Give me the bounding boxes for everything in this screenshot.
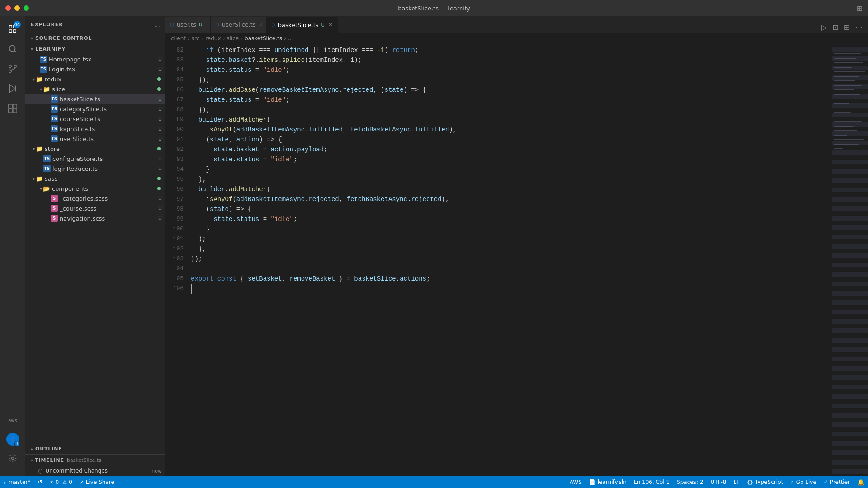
file-loginslice[interactable]: TS loginSlice.ts U [25,124,165,134]
file-course-scss[interactable]: S _course.scss U [25,203,165,213]
outline-section: OUTLINE [25,443,165,454]
layout-icon[interactable]: ⊞ [842,22,852,33]
file-badge: U [158,156,162,162]
tab-file-icon: ⬡ [271,23,275,28]
file-configurestore[interactable]: TS configureStore.ts U [25,154,165,164]
folder-store[interactable]: 📁 store [25,144,165,154]
file-name: courseSlice.ts [60,116,158,122]
status-errors[interactable]: ✕ 0 ⚠ 0 [46,476,75,488]
breadcrumb-more[interactable]: ... [288,35,293,42]
breadcrumb-redux[interactable]: redux [205,35,221,42]
file-courseslice[interactable]: TS courseSlice.ts U [25,114,165,124]
source-control-section[interactable]: SOURCE CONTROL [25,33,165,43]
run-icon[interactable]: ▷ [820,22,829,33]
status-line-ending[interactable]: LF [730,476,743,488]
tab-file-icon: ⬡ [215,22,219,27]
status-sync[interactable]: ↺ [34,476,46,488]
warning-count: 0 [69,479,72,485]
code-line: export const { setBasket, removeBasket }… [191,274,832,284]
file-navigation-scss[interactable]: S navigation.scss U [25,213,165,223]
aws-label: AWS [570,479,582,485]
status-notifications[interactable]: 🔔 [854,476,868,488]
status-aws[interactable]: AWS [566,476,585,488]
minimap-visual [832,44,868,476]
code-line: state.status = "idle"; [191,155,832,164]
sync-icon: ↺ [38,479,42,485]
svg-point-3 [14,65,17,68]
uncommitted-changes-item[interactable]: ○ Uncommitted Changes now [25,465,165,476]
activity-source-control[interactable] [4,60,22,78]
timeline-header[interactable]: TIMELINE basketSlice.ts [25,455,165,465]
activity-aws[interactable]: aws [4,411,22,429]
status-liveshare[interactable]: ↗ Live Share [76,476,118,488]
status-golive[interactable]: ⚡ Go Live [787,476,820,488]
sidebar: EXPLORER ... SOURCE CONTROL LEARNIFY TS … [25,16,165,476]
status-branch[interactable]: ⑃ master* [0,476,34,488]
breadcrumb-sep: › [201,35,203,42]
maximize-button[interactable] [24,5,29,11]
minimize-button[interactable] [14,5,20,11]
avatar-notification: 1 [14,441,20,446]
folder-redux[interactable]: 📁 redux [25,74,165,84]
close-button[interactable] [5,5,11,11]
activity-extensions[interactable] [4,99,22,117]
breadcrumb-slice[interactable]: slice [226,35,239,42]
breadcrumb-client[interactable]: client [171,35,186,42]
activity-settings[interactable] [4,449,22,467]
status-language[interactable]: {} TypeScript [743,476,787,488]
file-badge: U [158,66,162,72]
activity-explorer[interactable]: 44 [4,20,22,38]
file-name: basketSlice.ts [60,96,158,103]
code-content[interactable]: if (itemIndex === undefined || itemIndex… [189,44,832,476]
status-spaces[interactable]: Spaces: 2 [673,476,707,488]
sidebar-more-icon[interactable]: ... [154,21,160,28]
error-count: 0 [56,479,59,485]
status-position[interactable]: Ln 106, Col 1 [630,476,673,488]
titlebar-icons: ⊞ [857,4,863,13]
file-badge: U [158,106,162,112]
code-line: state.status = "idle"; [191,214,832,224]
file-badge: U [158,56,162,62]
breadcrumb-file[interactable]: basketSlice.ts [245,35,282,42]
activity-search[interactable] [4,40,22,58]
status-bar: ⑃ master* ↺ ✕ 0 ⚠ 0 ↗ Live Share AWS 📄 l… [0,476,868,488]
file-categoryslice[interactable]: TS categorySlice.ts U [25,104,165,114]
status-solution[interactable]: 📄 learnify.sln [585,476,630,488]
learnify-section[interactable]: LEARNIFY [25,43,165,54]
golive-icon: ⚡ [790,479,794,485]
folder-slice[interactable]: 📁 slice [25,84,165,94]
layout-icon[interactable]: ⊞ [857,4,863,13]
folder-components[interactable]: 📂 components [25,183,165,193]
more-icon[interactable]: ⋯ [854,22,864,33]
liveshare-label: Live Share [86,479,114,485]
status-encoding[interactable]: UTF-8 [707,476,730,488]
breadcrumb-src[interactable]: src [192,35,200,42]
file-categories-scss[interactable]: S _categories.scss U [25,193,165,203]
code-line: isAnyOf(addBasketItemAsync.rejected, fet… [191,194,832,204]
file-login[interactable]: TS Login.tsx U [25,64,165,74]
folder-chevron [40,186,42,191]
code-editor[interactable]: 8283848586878889909192939495969798991001… [165,44,868,476]
status-right: AWS 📄 learnify.sln Ln 106, Col 1 Spaces:… [566,476,868,488]
code-line [191,284,832,294]
tab-label: user.ts [177,21,196,28]
tab-basketslice-ts[interactable]: ⬡ basketSlice.ts U ✕ [267,17,338,33]
split-editor-icon[interactable]: ⊡ [830,22,840,33]
sidebar-header: EXPLORER ... [25,16,165,33]
tab-userslice-ts[interactable]: ⬡ userSlice.ts U [211,17,267,33]
code-line [191,264,832,274]
folder-sass[interactable]: 📁 sass [25,174,165,183]
folder-dot [157,177,161,180]
account-avatar[interactable]: 👤 1 [6,433,19,446]
ts-icon: TS [43,155,51,162]
code-line: if (itemIndex === undefined || itemIndex… [191,45,832,55]
tab-close-icon[interactable]: ✕ [328,22,333,28]
file-userslice[interactable]: TS userSlice.ts U [25,134,165,144]
tab-user-ts[interactable]: ⬡ user.ts U [165,17,211,33]
activity-run[interactable] [4,80,22,98]
file-basketslice[interactable]: TS basketSlice.ts U [25,94,165,104]
outline-header[interactable]: OUTLINE [25,443,165,454]
file-loginreducer[interactable]: TS loginReducer.ts U [25,164,165,174]
file-homepage[interactable]: TS Homepage.tsx U [25,54,165,64]
status-prettier[interactable]: ✓ Prettier [820,476,854,488]
